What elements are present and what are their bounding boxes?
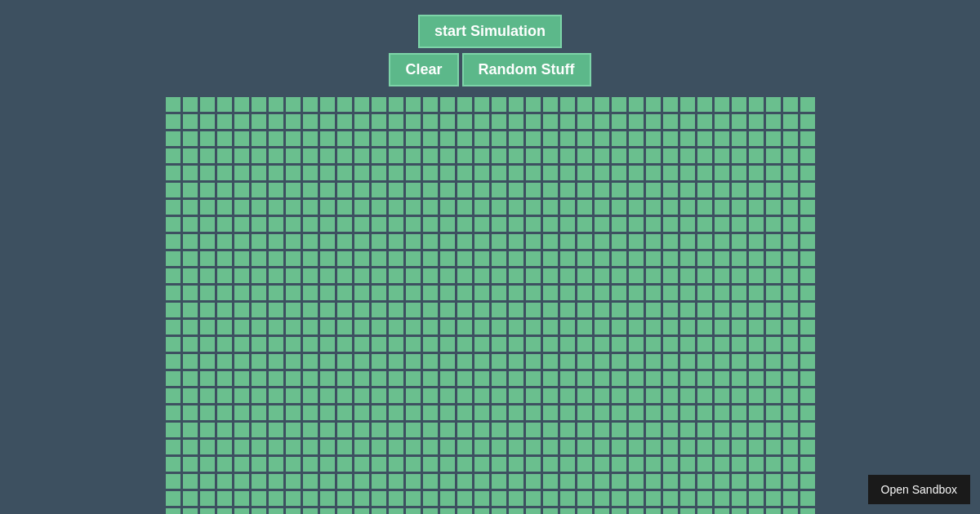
grid-cell[interactable] xyxy=(612,337,626,352)
grid-cell[interactable] xyxy=(423,388,438,403)
grid-cell[interactable] xyxy=(680,200,695,215)
grid-cell[interactable] xyxy=(286,405,301,420)
grid-cell[interactable] xyxy=(337,97,352,112)
grid-cell[interactable] xyxy=(286,508,301,514)
grid-cell[interactable] xyxy=(303,148,318,163)
grid-cell[interactable] xyxy=(680,183,695,197)
grid-cell[interactable] xyxy=(474,423,489,437)
grid-cell[interactable] xyxy=(715,491,729,506)
grid-cell[interactable] xyxy=(732,148,746,163)
grid-cell[interactable] xyxy=(526,183,541,197)
grid-cell[interactable] xyxy=(234,371,249,386)
grid-cell[interactable] xyxy=(234,474,249,489)
grid-cell[interactable] xyxy=(372,337,386,352)
grid-cell[interactable] xyxy=(612,388,626,403)
grid-cell[interactable] xyxy=(320,114,335,129)
grid-cell[interactable] xyxy=(663,286,678,300)
grid-cell[interactable] xyxy=(286,148,301,163)
grid-cell[interactable] xyxy=(560,217,575,232)
grid-cell[interactable] xyxy=(732,440,746,454)
grid-cell[interactable] xyxy=(800,166,815,180)
grid-cell[interactable] xyxy=(303,303,318,317)
grid-cell[interactable] xyxy=(337,491,352,506)
grid-cell[interactable] xyxy=(423,97,438,112)
grid-cell[interactable] xyxy=(457,217,472,232)
grid-cell[interactable] xyxy=(389,354,403,369)
grid-cell[interactable] xyxy=(732,131,746,146)
grid-cell[interactable] xyxy=(200,148,215,163)
grid-cell[interactable] xyxy=(595,423,609,437)
grid-cell[interactable] xyxy=(543,303,558,317)
grid-cell[interactable] xyxy=(406,131,421,146)
grid-cell[interactable] xyxy=(440,251,455,266)
grid-cell[interactable] xyxy=(629,405,644,420)
grid-cell[interactable] xyxy=(612,303,626,317)
grid-cell[interactable] xyxy=(183,354,198,369)
grid-cell[interactable] xyxy=(646,508,661,514)
grid-cell[interactable] xyxy=(492,183,506,197)
grid-cell[interactable] xyxy=(783,148,798,163)
grid-cell[interactable] xyxy=(560,337,575,352)
grid-cell[interactable] xyxy=(646,286,661,300)
grid-cell[interactable] xyxy=(526,114,541,129)
grid-cell[interactable] xyxy=(252,388,266,403)
grid-cell[interactable] xyxy=(440,354,455,369)
grid-cell[interactable] xyxy=(646,268,661,283)
grid-cell[interactable] xyxy=(389,457,403,472)
grid-cell[interactable] xyxy=(406,491,421,506)
grid-cell[interactable] xyxy=(234,303,249,317)
grid-cell[interactable] xyxy=(766,286,781,300)
grid-cell[interactable] xyxy=(697,491,712,506)
grid-cell[interactable] xyxy=(800,183,815,197)
grid-cell[interactable] xyxy=(629,97,644,112)
grid-cell[interactable] xyxy=(680,423,695,437)
grid-cell[interactable] xyxy=(234,320,249,335)
grid-cell[interactable] xyxy=(286,423,301,437)
grid-cell[interactable] xyxy=(354,148,369,163)
grid-cell[interactable] xyxy=(166,268,180,283)
grid-cell[interactable] xyxy=(595,508,609,514)
grid-cell[interactable] xyxy=(646,388,661,403)
grid-cell[interactable] xyxy=(526,405,541,420)
grid-cell[interactable] xyxy=(560,423,575,437)
grid-cell[interactable] xyxy=(749,303,764,317)
grid-cell[interactable] xyxy=(389,371,403,386)
grid-cell[interactable] xyxy=(543,320,558,335)
grid-cell[interactable] xyxy=(783,234,798,249)
grid-cell[interactable] xyxy=(354,371,369,386)
grid-cell[interactable] xyxy=(200,423,215,437)
grid-cell[interactable] xyxy=(166,457,180,472)
grid-cell[interactable] xyxy=(543,474,558,489)
grid-cell[interactable] xyxy=(252,405,266,420)
grid-cell[interactable] xyxy=(646,371,661,386)
grid-cell[interactable] xyxy=(217,491,232,506)
grid-cell[interactable] xyxy=(526,97,541,112)
grid-cell[interactable] xyxy=(234,131,249,146)
grid-cell[interactable] xyxy=(749,97,764,112)
grid-cell[interactable] xyxy=(234,405,249,420)
grid-cell[interactable] xyxy=(423,457,438,472)
grid-cell[interactable] xyxy=(800,217,815,232)
grid-cell[interactable] xyxy=(646,440,661,454)
grid-cell[interactable] xyxy=(749,388,764,403)
grid-cell[interactable] xyxy=(800,440,815,454)
grid-cell[interactable] xyxy=(663,337,678,352)
grid-cell[interactable] xyxy=(560,320,575,335)
grid-cell[interactable] xyxy=(474,371,489,386)
grid-cell[interactable] xyxy=(715,440,729,454)
grid-cell[interactable] xyxy=(337,371,352,386)
simulation-grid[interactable] xyxy=(163,95,817,514)
grid-cell[interactable] xyxy=(252,131,266,146)
grid-cell[interactable] xyxy=(595,474,609,489)
grid-cell[interactable] xyxy=(423,337,438,352)
grid-cell[interactable] xyxy=(269,114,283,129)
grid-cell[interactable] xyxy=(354,114,369,129)
grid-cell[interactable] xyxy=(389,491,403,506)
grid-cell[interactable] xyxy=(543,423,558,437)
grid-cell[interactable] xyxy=(680,405,695,420)
grid-cell[interactable] xyxy=(800,148,815,163)
grid-cell[interactable] xyxy=(320,354,335,369)
grid-cell[interactable] xyxy=(612,423,626,437)
grid-cell[interactable] xyxy=(457,131,472,146)
grid-cell[interactable] xyxy=(354,217,369,232)
